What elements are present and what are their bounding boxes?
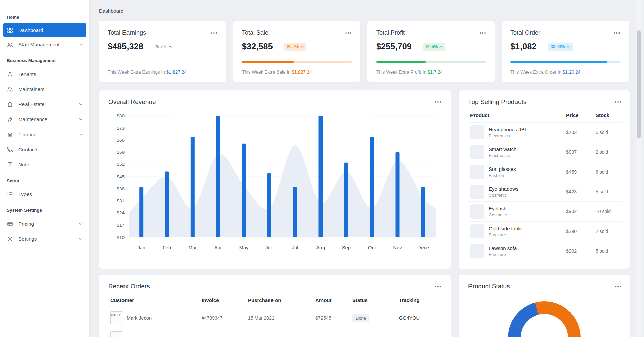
bank-icon [7,131,13,138]
product-thumbnail [470,125,484,139]
sidebar-item-dashboard[interactable]: Dashboard [3,23,86,37]
sidebar-item-settings[interactable]: Settings [0,231,89,246]
broken-avatar-image [110,331,122,337]
recent-orders-panel: Recent Orders Customer Invoice Pusrchase… [99,275,451,337]
product-status-panel: Product Status [459,275,630,337]
note-icon [7,161,13,168]
list-item[interactable]: Lawson sofa Furniture $902 5 sold [468,241,622,261]
svg-text:$73: $73 [117,126,125,131]
list-item[interactable]: Headphones JBL Electronics $703 5 sold [468,122,622,142]
scrollbar-thumb[interactable] [637,30,641,138]
list-item[interactable]: Eye shadows Cosmetic $423 5 sold [468,182,622,201]
product-category: Electronics [489,133,527,138]
card-value: $1,082 [510,42,537,51]
table-row[interactable]: rece Mark Jecon #4789347 15 Mar 2022 $72… [108,308,441,328]
list-item[interactable]: Gold side table Furniture $390 2 sold [468,221,622,241]
svg-text:Sep: Sep [342,245,351,250]
card-value: $485,328 [108,42,143,51]
more-menu-icon[interactable] [479,32,486,34]
list-item[interactable]: Smart watch Electronics $837 2 sold [468,142,622,162]
card-value: $255,709 [376,42,412,51]
footer-amount: $1,827.24 [166,69,187,75]
chevron-up-icon [439,44,443,49]
sidebar-item-real-estate[interactable]: Real Estate [0,97,89,112]
column-header-product: Product [470,112,566,118]
order-amount: $72545 [315,315,352,321]
more-menu-icon[interactable] [345,32,352,34]
panel-title: Recent Orders [108,283,150,290]
sidebar-section-home: Home [0,12,89,23]
sidebar-item-maintainers[interactable]: Maintainers [0,82,89,97]
column-header-price: Price [566,112,596,118]
product-price: $390 [566,229,596,234]
more-menu-icon[interactable] [435,285,441,287]
svg-text:Jul: Jul [292,245,298,250]
svg-text:$10: $10 [117,235,125,240]
card-title: Total Order [510,29,540,36]
svg-text:$45: $45 [117,174,125,179]
chevron-down-icon [79,118,83,121]
product-thumbnail [470,165,484,179]
sidebar-item-finance[interactable]: Finance [0,127,89,142]
column-header-customer: Customer [110,297,202,303]
home-icon [7,101,13,108]
sidebar-item-types[interactable]: Types [0,187,89,202]
card-title: Total Profit [376,29,405,36]
more-menu-icon[interactable] [615,285,622,287]
svg-text:Feb: Feb [163,245,171,250]
column-header-status: Status [352,297,399,303]
chevron-up-icon [300,44,304,49]
sidebar-item-maintenance[interactable]: Maintenance [0,112,89,127]
list-item[interactable]: Sun glasses Fashion $459 6 sold [468,162,622,182]
broken-avatar-image: rece [110,311,122,324]
sidebar-item-contacts[interactable]: Contacts [0,142,89,157]
list-icon [7,191,13,198]
bottom-panels-row: Recent Orders Customer Invoice Pusrchase… [99,275,630,337]
svg-text:Aug: Aug [316,245,325,250]
person-icon [7,71,13,78]
more-menu-icon[interactable] [211,32,217,34]
sidebar-item-tenants[interactable]: Tenants [0,66,89,82]
sidebar-section-system-settings: System Settings [0,205,89,216]
sidebar-item-label: Settings [18,236,37,242]
svg-text:$66: $66 [117,138,125,143]
sidebar: Home Dashboard Staff Management Business… [0,0,90,337]
table-row-partial[interactable] [108,328,441,337]
chevron-down-icon [79,223,83,225]
sidebar-item-label: Pricing [18,221,34,227]
sidebar-item-staff-management[interactable]: Staff Management [0,37,89,52]
product-name: Headphones JBL [489,127,527,132]
svg-text:$24: $24 [117,210,125,215]
more-menu-icon[interactable] [435,101,441,103]
middle-panels-row: Overall Revenue $80$73$66$59$52$45$38$31… [99,90,630,269]
customer-name: Mark Jecon [127,315,152,321]
more-menu-icon[interactable] [615,101,622,103]
more-menu-icon[interactable] [613,32,620,34]
column-header-invoice: Invoice [202,297,248,303]
sidebar-item-label: Staff Management [18,42,59,47]
column-header-amount: Amout [315,297,352,303]
product-price: $902 [566,209,596,214]
top-selling-products-panel: Top Selling Products Product Price Stock… [459,90,630,269]
product-name: Gold side table [489,226,522,231]
chevron-down-icon [79,43,83,46]
product-stock: 2 sold [596,149,622,155]
product-category: Furniture [489,252,517,257]
wrench-icon [7,116,13,123]
product-thumbnail [470,224,484,238]
panel-title: Overall Revenue [108,98,156,106]
chevron-down-icon [79,103,83,105]
sidebar-item-note[interactable]: Note [0,157,89,172]
footer-amount: $1,827.24 [292,69,312,75]
gear-icon [7,236,13,242]
chevron-up-icon [169,46,172,48]
product-category: Furniture [489,232,522,237]
sidebar-item-label: Real Estate [18,101,45,107]
product-name: Eye shadows [489,186,518,192]
sidebar-item-pricing[interactable]: Pricing [0,216,89,231]
list-item[interactable]: Eyelash Cosmetic $902 10 sold [468,201,622,221]
delta-indicator: 25.7% [155,44,172,49]
orders-table-header: Customer Invoice Pusrchase on Amout Stat… [108,290,441,308]
credit-card-icon [7,221,13,227]
products-list: Headphones JBL Electronics $703 5 sold S… [468,122,622,261]
